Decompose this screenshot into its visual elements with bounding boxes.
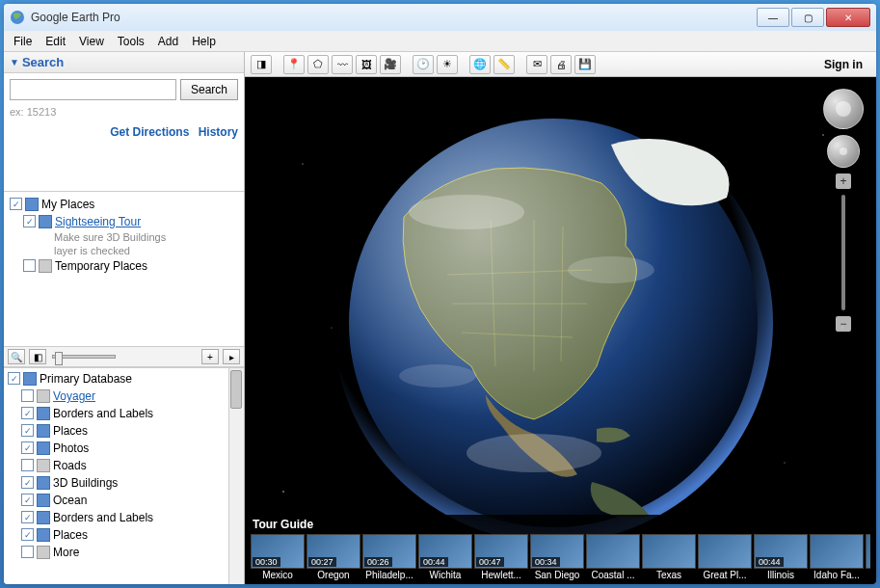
image-overlay-icon[interactable]: 🖼 [356, 55, 377, 74]
tour-thumbnail: 00:27 [307, 534, 360, 569]
opacity-icon[interactable]: ◧ [29, 349, 46, 364]
maximize-button[interactable]: ▢ [791, 8, 824, 27]
save-image-icon[interactable]: 💾 [574, 55, 596, 74]
tour-item[interactable]: Coastal ... [586, 534, 640, 580]
checkbox[interactable] [21, 459, 34, 471]
tour-label: San Diego [530, 570, 584, 580]
print-icon[interactable]: 🖨 [550, 55, 572, 74]
menu-file[interactable]: File [8, 33, 38, 50]
layer-icon [37, 546, 50, 559]
tour-item[interactable]: 00:34San Diego [530, 534, 584, 580]
zoom-in-button[interactable]: + [836, 174, 851, 189]
layer-row[interactable]: Voyager [4, 388, 244, 405]
tour-item[interactable]: Great Pl... [698, 534, 752, 580]
layers-panel: Primary Database VoyagerBorders and Labe… [4, 367, 244, 584]
layer-row[interactable]: Roads [4, 457, 244, 474]
earth-viewer[interactable]: + − Tour Guide 00:30Mexico00:27Oregon00:… [245, 77, 876, 584]
menu-view[interactable]: View [73, 33, 110, 50]
checkbox[interactable] [21, 528, 34, 541]
temporary-places[interactable]: Temporary Places [55, 258, 147, 274]
add-folder-button[interactable]: + [201, 349, 219, 364]
checkbox[interactable] [21, 476, 34, 489]
menu-help[interactable]: Help [186, 33, 222, 50]
minimize-button[interactable]: — [757, 8, 789, 27]
tour-duration: 00:44 [756, 557, 784, 567]
sightseeing-tour[interactable]: Sightseeing Tour [55, 214, 141, 229]
scrollbar[interactable] [228, 368, 244, 584]
checkbox[interactable] [23, 215, 36, 227]
zoom-out-button[interactable]: − [836, 316, 851, 332]
tour-item[interactable]: 00:44Illinois [754, 534, 808, 580]
checkbox[interactable] [21, 546, 34, 558]
layer-label[interactable]: Voyager [53, 388, 95, 404]
layer-label[interactable]: Places [53, 423, 88, 439]
layer-row[interactable]: Borders and Labels [4, 509, 244, 526]
history-icon[interactable]: 🕑 [413, 55, 434, 74]
layer-label[interactable]: 3D Buildings [53, 475, 118, 491]
layer-label[interactable]: More [53, 545, 79, 560]
play-tour-button[interactable]: ▸ [223, 349, 240, 364]
move-joystick[interactable] [827, 135, 860, 168]
tour-item[interactable]: Uni [866, 534, 870, 580]
tour-item[interactable]: 00:44Wichita [418, 534, 472, 580]
sun-icon[interactable]: ☀ [437, 55, 458, 74]
layer-label[interactable]: Photos [53, 441, 89, 456]
tour-item[interactable]: 00:47Hewlett... [474, 534, 528, 580]
layer-row[interactable]: Ocean [4, 492, 244, 509]
history-link[interactable]: History [199, 125, 238, 139]
zoom-slider[interactable] [841, 195, 845, 310]
tour-label: Great Pl... [698, 570, 752, 580]
path-icon[interactable]: 〰 [332, 55, 353, 74]
record-tour-icon[interactable]: 🎥 [380, 55, 401, 74]
checkbox[interactable] [8, 372, 20, 385]
get-directions-link[interactable]: Get Directions [110, 125, 189, 139]
polygon-icon[interactable]: ⬠ [307, 55, 329, 74]
checkbox[interactable] [21, 424, 34, 437]
checkbox[interactable] [23, 259, 36, 272]
layer-label[interactable]: Borders and Labels [53, 406, 153, 421]
menu-add[interactable]: Add [152, 33, 184, 50]
layer-label[interactable]: Borders and Labels [53, 510, 153, 525]
email-icon[interactable]: ✉ [526, 55, 547, 74]
layer-row[interactable]: Places [4, 526, 244, 544]
hide-sidebar-icon[interactable]: ◨ [251, 55, 272, 74]
checkbox[interactable] [21, 511, 34, 523]
my-places[interactable]: My Places [41, 197, 94, 212]
layer-row[interactable]: More [4, 544, 244, 561]
tour-label: Illinois [754, 570, 808, 580]
layer-row[interactable]: Photos [4, 440, 244, 457]
ruler-icon[interactable]: 📏 [493, 55, 515, 74]
layer-row[interactable]: Places [4, 422, 244, 440]
layer-label[interactable]: Places [53, 527, 88, 543]
layer-label[interactable]: Ocean [53, 493, 87, 508]
tour-thumbnail: 00:34 [530, 534, 584, 569]
primary-database[interactable]: Primary Database [40, 371, 132, 387]
checkbox[interactable] [10, 198, 22, 210]
tour-item[interactable]: Idaho Fa... [810, 534, 864, 580]
layer-label[interactable]: Roads [53, 458, 87, 473]
planet-icon[interactable]: 🌐 [469, 55, 491, 74]
checkbox[interactable] [21, 407, 34, 419]
layer-row[interactable]: 3D Buildings [4, 474, 244, 492]
placemark-icon[interactable]: 📍 [283, 55, 305, 74]
tour-item[interactable]: 00:27Oregon [307, 534, 360, 580]
opacity-slider[interactable] [52, 355, 116, 359]
tour-item[interactable]: Texas [642, 534, 696, 580]
signin-button[interactable]: Sign in [816, 58, 870, 71]
menu-tools[interactable]: Tools [112, 33, 150, 50]
tour-label: Oregon [307, 570, 360, 580]
look-joystick[interactable] [823, 89, 864, 129]
search-button[interactable]: Search [180, 79, 238, 100]
checkbox[interactable] [21, 389, 34, 402]
tour-item[interactable]: 00:26Philadelp... [362, 534, 416, 580]
checkbox[interactable] [21, 441, 34, 454]
layer-row[interactable]: Borders and Labels [4, 405, 244, 422]
checkbox[interactable] [21, 494, 34, 506]
search-places-icon[interactable]: 🔍 [8, 349, 25, 364]
earth-globe[interactable] [245, 77, 876, 569]
search-header[interactable]: ▼ Search [4, 52, 244, 73]
menu-edit[interactable]: Edit [40, 33, 71, 50]
tour-item[interactable]: 00:30Mexico [251, 534, 305, 580]
search-input[interactable] [10, 79, 176, 100]
close-button[interactable]: ✕ [826, 8, 870, 27]
